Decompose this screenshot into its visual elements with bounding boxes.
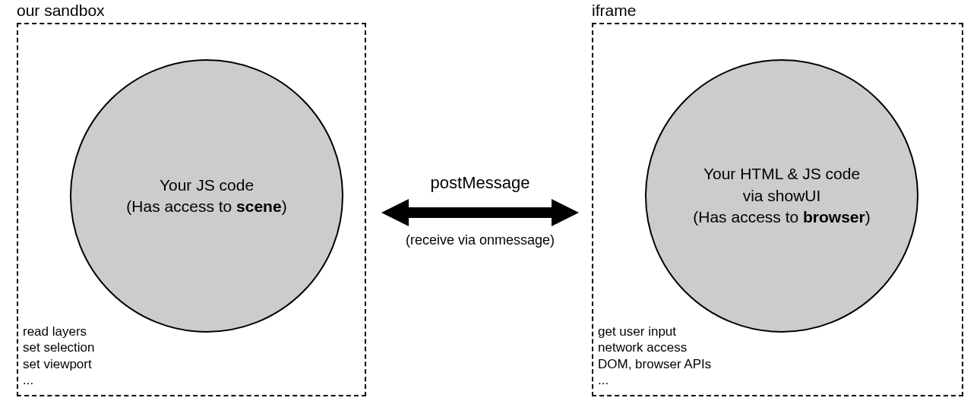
right-cap-item: ...: [598, 372, 711, 388]
right-circle-line1: Your HTML & JS code: [703, 163, 860, 185]
right-circle: Your HTML & JS code via showUI (Has acce…: [645, 59, 918, 333]
left-capabilities-list: read layers set selection set viewport .…: [23, 324, 95, 388]
right-cap-item: get user input: [598, 324, 711, 339]
right-box-title: iframe: [592, 2, 636, 20]
arrow-bottom-label: (receive via onmessage): [406, 232, 555, 248]
left-circle-line1: Your JS code: [160, 175, 254, 196]
right-circle-line3-bold: browser: [803, 208, 865, 226]
left-circle-line2-suffix: ): [282, 197, 287, 215]
arrow-top-label: postMessage: [431, 173, 530, 193]
svg-marker-0: [381, 199, 579, 226]
left-circle: Your JS code (Has access to scene): [70, 59, 343, 333]
left-cap-item: set selection: [23, 339, 95, 355]
architecture-diagram: our sandbox Your JS code (Has access to …: [0, 0, 980, 404]
left-cap-item: ...: [23, 372, 95, 388]
right-cap-item: network access: [598, 339, 711, 355]
left-cap-item: set viewport: [23, 356, 95, 372]
right-capabilities-list: get user input network access DOM, brows…: [598, 324, 711, 388]
right-circle-line3: (Has access to browser): [693, 207, 870, 228]
left-cap-item: read layers: [23, 324, 95, 339]
right-circle-line2: via showUI: [743, 185, 821, 207]
right-cap-item: DOM, browser APIs: [598, 356, 711, 372]
left-circle-line2-prefix: (Has access to: [126, 197, 236, 215]
left-circle-line2: (Has access to scene): [126, 196, 286, 217]
right-circle-line3-prefix: (Has access to: [693, 208, 803, 226]
message-arrow-section: postMessage (receive via onmessage): [378, 173, 582, 248]
left-box-title: our sandbox: [17, 2, 105, 20]
double-arrow-icon: [381, 197, 579, 228]
left-circle-line2-bold: scene: [236, 197, 282, 215]
right-circle-line3-suffix: ): [865, 208, 871, 226]
